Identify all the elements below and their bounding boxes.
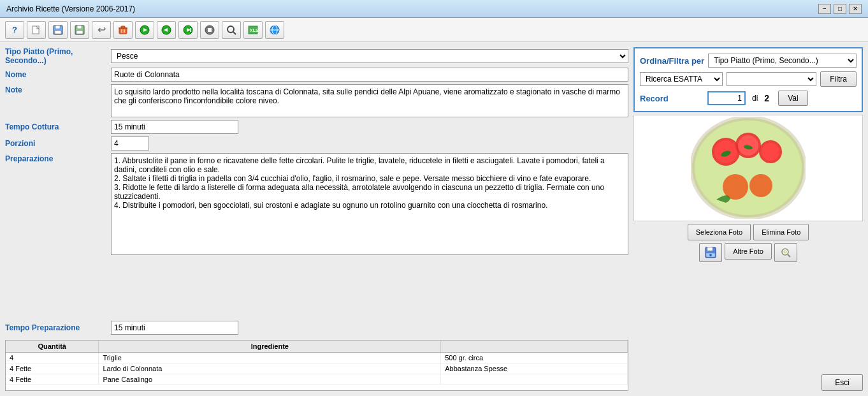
nav-new-button[interactable] [135,21,154,39]
porzioni-input[interactable] [111,136,149,150]
tipo-piatto-label: Tipo Piatto (Primo, Secondo...) [5,47,107,65]
close-button[interactable]: ✕ [849,4,862,14]
cell-quantita: 4 Fette [6,374,99,385]
porzioni-label: Porzioni [5,139,107,148]
cell-quantita: 4 Fette [6,363,99,374]
tempo-cottura-input[interactable] [111,120,238,134]
preparazione-label: Preparazione [5,153,107,163]
table-row[interactable]: 4 Fette Pane Casalingo [6,374,628,385]
photo-area [633,115,863,221]
title-bar-buttons: − □ ✕ [818,4,862,14]
tipo-piatto-row: Tipo Piatto (Primo, Secondo...) Pesce [5,47,628,65]
svg-rect-6 [76,31,83,34]
col-quantita: Quantità [6,341,99,352]
table-body: 4 Triglie 500 gr. circa 4 Fette Lardo di… [6,353,628,390]
undo-button[interactable]: ↩ [92,21,111,39]
tempo-cottura-row: Tempo Cottura [5,120,628,134]
svg-point-21 [228,26,234,33]
ricerca-row: Ricerca ESATTA Filtra [640,71,857,87]
nome-label: Nome [5,70,107,79]
total-records: 2 [764,93,769,103]
svg-line-22 [233,32,236,34]
svg-rect-7 [119,28,127,34]
tempo-cottura-label: Tempo Cottura [5,122,107,131]
nome-input[interactable] [111,68,628,82]
ricerca-select[interactable]: Ricerca ESATTA [640,72,723,86]
tipo-piatto-select[interactable]: Pesce [111,49,628,63]
svg-rect-5 [77,26,82,29]
save-button[interactable] [48,21,68,39]
svg-point-43 [709,254,712,256]
svg-line-45 [788,254,790,257]
cell-ingrediente: Pane Casalingo [99,374,441,385]
ordina-row: Ordina/Filtra per Tipo Piatto (Primo, Se… [640,54,857,68]
note-row: Note Lo squisito lardo prodotto nella lo… [5,84,628,117]
di-label: di [752,94,758,103]
nav-prev-button[interactable] [157,21,176,39]
elimina-foto-button[interactable]: Elimina Foto [753,224,809,240]
help-button[interactable]: ? [5,21,24,39]
table-header: Quantità Ingrediente [6,341,628,353]
tempo-preparazione-row: Tempo Preparazione [5,321,628,335]
nome-row: Nome [5,68,628,82]
preparazione-row: Preparazione 1. Abbrustolite il pane in … [5,153,628,318]
photo-buttons-row: Seleziona Foto Elimina Foto [633,224,863,240]
photo-icon-buttons-row: Altre Foto [633,243,863,262]
filtro-select[interactable] [727,72,816,86]
restore-button[interactable]: □ [834,4,846,14]
web-button[interactable] [265,21,284,39]
food-photo [691,117,806,219]
svg-point-34 [762,143,779,161]
cell-ingrediente: Triglie [99,353,441,363]
nav-next-button[interactable] [178,21,198,39]
col-note [441,341,628,352]
vai-button[interactable]: Vai [778,91,807,106]
record-label: Record [640,94,704,103]
col-ingrediente: Ingrediente [99,341,441,352]
cell-ingrediente: Lardo di Colonnata [99,363,441,374]
note-textarea[interactable]: Lo squisito lardo prodotto nella localit… [111,84,628,117]
cell-note: Abbastanza Spesse [441,363,628,374]
svg-point-44 [782,249,788,255]
ordina-select[interactable]: Tipo Piatto (Primo, Secondo...) [708,54,857,68]
nav-last-button[interactable] [200,21,219,39]
note-label: Note [5,84,107,94]
main-content: Tipo Piatto (Primo, Secondo...) Pesce No… [0,42,868,396]
svg-rect-41 [707,247,712,251]
svg-rect-20 [208,28,212,32]
tempo-preparazione-input[interactable] [111,321,238,335]
title-bar: Archivio Ricette (Versione 2006-2017) − … [0,0,868,18]
porzioni-row: Porzioni [5,136,628,150]
record-row: Record di 2 Vai [640,91,857,106]
cell-note [441,374,628,385]
search-photo-button[interactable] [774,243,797,262]
minimize-button[interactable]: − [818,4,831,14]
seleziona-foto-button[interactable]: Seleziona Foto [688,224,751,240]
delete-button[interactable] [113,21,133,39]
disk-icon-button[interactable] [699,243,722,262]
esci-button[interactable]: Esci [821,374,863,391]
cell-quantita: 4 [6,353,99,363]
svg-text:XLS: XLS [250,28,258,33]
save2-button[interactable] [70,21,89,39]
ingredients-table: Quantità Ingrediente 4 Triglie 500 gr. c… [5,340,628,391]
right-panel: Ordina/Filtra per Tipo Piatto (Primo, Se… [633,47,863,391]
tempo-preparazione-label: Tempo Preparazione [5,323,107,332]
altre-foto-button[interactable]: Altre Foto [725,243,772,260]
table-row[interactable]: 4 Fette Lardo di Colonnata Abbastanza Sp… [6,363,628,374]
title-bar-text: Archivio Ricette (Versione 2006-2017) [6,4,135,13]
ordina-label: Ordina/Filtra per [640,56,704,66]
record-input[interactable] [707,91,746,105]
table-row[interactable]: 4 Triglie 500 gr. circa [6,353,628,363]
filter-box: Ordina/Filtra per Tipo Piatto (Primo, Se… [633,47,863,112]
svg-point-39 [749,174,772,197]
search-button[interactable] [222,21,241,39]
new-button[interactable] [27,21,46,39]
export-button[interactable]: XLS [243,21,263,39]
preparazione-textarea[interactable]: 1. Abbrustolite il pane in forno e ricav… [111,153,628,255]
svg-rect-2 [55,26,60,29]
filtra-button[interactable]: Filtra [820,71,857,87]
toolbar: ? ↩ XLS [0,18,868,42]
svg-rect-3 [55,31,61,34]
left-panel: Tipo Piatto (Primo, Secondo...) Pesce No… [5,47,628,391]
